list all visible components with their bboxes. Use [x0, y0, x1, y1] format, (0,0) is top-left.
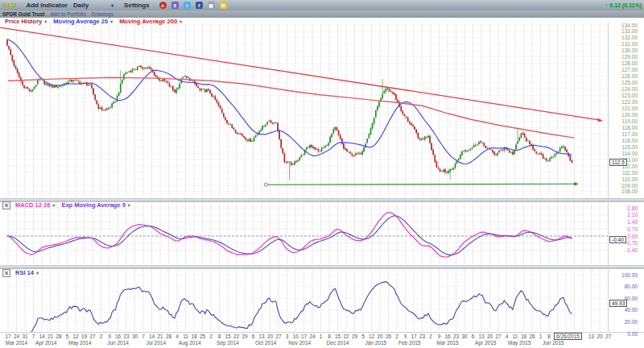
price-axis-tick: 132.00	[610, 35, 638, 40]
macd-pane-indicator-label: MACD 12 26	[15, 201, 50, 209]
rsi-pane-header: XRSI 14▾	[2, 269, 39, 276]
month-label: Sep 2014	[210, 340, 246, 346]
camera-icon[interactable]: ▣	[208, 2, 215, 9]
symbol-subheader: SPDR Gold Trust Add to Portfolio Drawing…	[0, 10, 644, 18]
price-axis-tick: 109.00	[610, 183, 638, 188]
timeframe-caret-icon[interactable]: ▾	[111, 2, 114, 8]
macd-axis-tick: 1.40	[610, 219, 638, 225]
price-axis-tick: 114.00	[610, 151, 638, 156]
symbol-label: GLD	[2, 2, 17, 9]
rsi-axis-tick: 80.00	[610, 284, 638, 289]
month-label: Aug 2014	[172, 340, 208, 346]
price-axis-tick: 123.00	[610, 93, 638, 98]
price-axis-tick: 110.00	[610, 176, 638, 182]
macd-pane-header: XMACD 12 26▾Exp Moving Average 9▾	[2, 201, 130, 209]
month-label: Jun 2014	[101, 340, 136, 346]
dropdown-caret-icon[interactable]: ▾	[36, 270, 39, 276]
price-axis-tick: 121.00	[610, 106, 638, 111]
price-pane-header: Price History▾Moving Average 20▾Moving A…	[3, 18, 182, 25]
price-axis-tick: 108.00	[610, 188, 638, 194]
rsi-pane-indicator-0[interactable]: RSI 14▾	[14, 269, 39, 276]
month-label: Jan 2015	[358, 340, 394, 346]
stocktwits-icon[interactable]: $	[171, 2, 179, 9]
month-label: Mar 2015	[430, 340, 465, 346]
settings-button[interactable]: Settings	[124, 2, 150, 9]
month-label: Jun 2015	[535, 340, 571, 346]
timeframe-dropdown[interactable]: Daily	[73, 2, 89, 9]
price-pane-indicator-label: Price History	[5, 18, 42, 25]
price-pane-indicator-label: Moving Average 20	[53, 18, 108, 25]
price-axis-tick: 117.00	[610, 131, 638, 137]
rsi-pane-indicator-label: RSI 14	[15, 269, 34, 276]
rsi-axis-tick: 0.00	[610, 331, 638, 337]
date-tick: 8	[543, 334, 555, 339]
price-axis-tick: 115.00	[610, 144, 638, 150]
macd-axis-tick: -1.40	[610, 247, 638, 253]
month-label: Dec 2014	[320, 340, 356, 346]
price-pane-indicator-1[interactable]: Moving Average 20▾	[47, 18, 113, 25]
date-tick-future: 27	[603, 334, 614, 339]
macd-pane-close-button[interactable]: X	[2, 201, 10, 209]
price-axis-tick: 131.00	[610, 41, 638, 47]
price-change-badge: ↑ 0.12 (0.11%)	[605, 2, 642, 8]
month-label: Jul 2014	[138, 340, 174, 346]
email-icon[interactable]: ✉	[220, 2, 227, 9]
rsi-axis-tick: 40.00	[610, 307, 638, 313]
price-pane-indicator-label: Moving Average 200	[119, 18, 177, 25]
price-axis-tick: 125.00	[610, 80, 638, 85]
dropdown-caret-icon[interactable]: ▾	[180, 19, 182, 24]
month-label: May 2014	[62, 340, 97, 346]
price-axis-tick: 122.00	[610, 99, 638, 105]
add-to-portfolio-link[interactable]: Add to Portfolio	[50, 11, 85, 17]
share-icons: ●$tf▣✉	[159, 2, 227, 9]
twitter-icon[interactable]: t	[184, 2, 191, 9]
macd-axis-tick: 2.10	[610, 212, 638, 218]
add-indicator-button[interactable]: Add Indicator	[26, 2, 68, 9]
price-axis-tick: 130.00	[610, 48, 638, 53]
price-axis-tick: 129.00	[610, 54, 638, 60]
month-label: Apr 2015	[468, 340, 503, 346]
chart-canvas[interactable]	[0, 0, 644, 348]
record-icon[interactable]: ●	[159, 2, 167, 9]
macd-pane-indicator-0[interactable]: MACD 12 26▾	[14, 201, 55, 209]
last-macd-box: -0.40	[609, 236, 626, 243]
month-label: Apr 2014	[28, 340, 64, 346]
main-toolbar: GLD Add Indicator Daily ▾ Settings ●$tf▣…	[0, 0, 644, 10]
date-axis-border	[0, 332, 644, 333]
macd-pane-indicator-1[interactable]: Exp Moving Average 9▾	[55, 201, 130, 209]
drawings-link[interactable]: Drawings	[92, 11, 114, 17]
last-price-box: 112.5	[609, 159, 627, 166]
price-axis-tick: 116.00	[610, 138, 638, 143]
rsi-axis-tick: 100.00	[610, 272, 638, 278]
rsi-pane-close-button[interactable]: X	[2, 269, 10, 277]
price-axis-tick: 126.00	[610, 73, 638, 79]
price-axis-tick: 133.00	[610, 28, 638, 34]
facebook-icon[interactable]: f	[196, 2, 203, 9]
month-label: Nov 2014	[282, 340, 317, 346]
dropdown-caret-icon[interactable]: ▾	[128, 202, 130, 208]
price-axis-tick: 119.00	[610, 118, 638, 124]
macd-axis-tick: 0.70	[610, 226, 638, 232]
price-pane-indicator-2[interactable]: Moving Average 200▾	[113, 18, 182, 25]
price-axis-tick: 134.00	[610, 23, 638, 28]
price-change-text: 0.12 (0.11%)	[609, 2, 642, 8]
month-label: Oct 2014	[248, 340, 283, 346]
current-date-box: 6/26/2015	[554, 333, 582, 340]
month-label: May 2015	[502, 340, 537, 346]
macd-axis-tick: 2.80	[610, 205, 638, 211]
up-arrow-icon: ↑	[605, 2, 609, 8]
macd-pane-indicator-label: Exp Moving Average 9	[61, 201, 125, 209]
instrument-name: SPDR Gold Trust	[2, 11, 44, 17]
price-axis-tick: 111.00	[610, 170, 638, 176]
price-pane-indicator-0[interactable]: Price History▾	[3, 18, 47, 25]
rsi-axis-tick: 20.00	[610, 319, 638, 325]
month-label: Feb 2015	[392, 340, 427, 346]
price-axis-tick: 124.00	[610, 86, 638, 92]
value-axis-border	[608, 23, 609, 332]
pane-divider-2[interactable]	[0, 265, 644, 269]
price-axis-tick: 128.00	[610, 60, 638, 66]
last-rsi-box: 49.93	[609, 300, 627, 307]
price-axis-tick: 120.00	[610, 112, 638, 118]
price-axis-tick: 127.00	[610, 67, 638, 72]
price-axis-tick: 118.00	[610, 125, 638, 130]
